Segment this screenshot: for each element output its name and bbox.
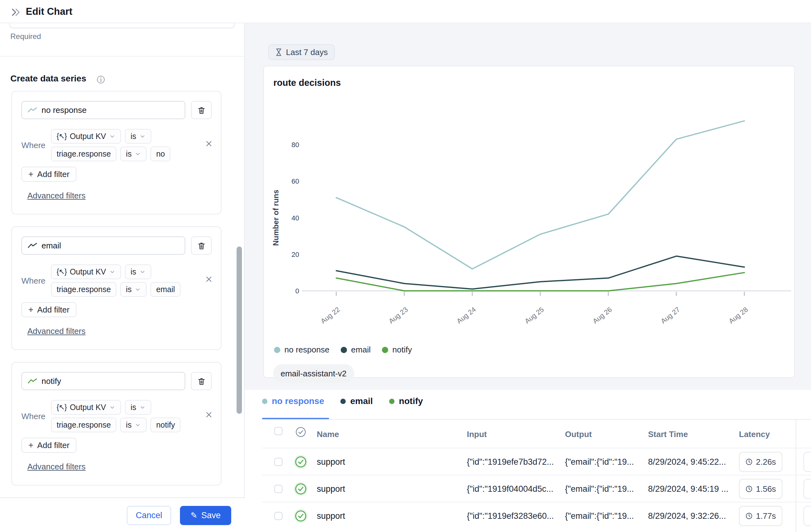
cell-output[interactable]: {"email":{"id":"19... bbox=[565, 457, 634, 467]
tab-no-response[interactable]: no response bbox=[262, 396, 324, 414]
chevron-down-icon bbox=[109, 133, 116, 140]
row-checkbox[interactable] bbox=[274, 512, 282, 520]
series-name: email bbox=[42, 241, 61, 251]
add-filter-label: Add filter bbox=[37, 170, 70, 179]
chevron-down-icon bbox=[139, 269, 146, 275]
svg-text:Aug 27: Aug 27 bbox=[659, 306, 682, 325]
dataset-tag-chip[interactable]: email-assistant-v2 bbox=[273, 364, 354, 383]
where-label: Where bbox=[21, 276, 46, 286]
tab-email[interactable]: email bbox=[340, 396, 373, 414]
series-name-input[interactable]: email bbox=[21, 236, 185, 255]
create-data-series-title: Create data series bbox=[10, 74, 86, 84]
clock-icon bbox=[745, 458, 753, 466]
series-card-email: email Where {↖} Output KV is triage.resp… bbox=[11, 226, 221, 350]
chevron-down-icon bbox=[135, 422, 141, 428]
cell-name[interactable]: support bbox=[317, 484, 345, 494]
latency-value: 1.77s bbox=[756, 511, 776, 521]
add-filter-button[interactable]: + Add filter bbox=[21, 438, 76, 453]
filter-source-dropdown[interactable]: {↖} Output KV bbox=[51, 264, 121, 279]
delete-series-button[interactable] bbox=[191, 372, 212, 390]
scrollbar-thumb[interactable] bbox=[236, 247, 242, 414]
trash-icon bbox=[197, 241, 206, 250]
legend-label: no response bbox=[285, 345, 330, 355]
advanced-filters-link[interactable]: Advanced filters bbox=[27, 326, 86, 336]
add-filter-label: Add filter bbox=[37, 305, 70, 315]
cell-input[interactable]: {"id":"1919f04004d5c... bbox=[467, 484, 553, 494]
column-header-start-time[interactable]: Start Time bbox=[648, 429, 688, 439]
filter-value-field[interactable]: notify bbox=[150, 418, 181, 432]
filter-op-dropdown[interactable]: is bbox=[125, 400, 151, 415]
table-row[interactable]: support {"id":"1919efe7b3d72... {"email"… bbox=[245, 448, 811, 475]
line-chart[interactable]: 020406080Aug 22Aug 23Aug 24Aug 25Aug 26A… bbox=[264, 66, 796, 378]
filter-op-dropdown[interactable]: is bbox=[125, 129, 151, 144]
column-header-input[interactable]: Input bbox=[467, 429, 487, 439]
time-range-label: Last 7 days bbox=[286, 47, 328, 57]
cell-start-time[interactable]: 8/29/2024, 9:32:26... bbox=[648, 511, 726, 521]
column-header-output[interactable]: Output bbox=[565, 429, 592, 439]
cell-input[interactable]: {"id":"1919efe7b3d72... bbox=[467, 457, 554, 467]
double-chevron-right-icon[interactable] bbox=[11, 7, 21, 18]
filter-source-dropdown[interactable]: {↖} Output KV bbox=[51, 129, 121, 144]
kv-icon: {↖} bbox=[57, 268, 67, 276]
advanced-filters-link[interactable]: Advanced filters bbox=[27, 462, 86, 472]
cell-input[interactable]: {"id":"1919ef3283e60... bbox=[467, 511, 554, 521]
status-column-icon[interactable] bbox=[295, 426, 306, 438]
screen: Edit Chart Required Create data series ⓘ… bbox=[0, 0, 811, 532]
legend-item-no-response[interactable]: no response bbox=[274, 345, 330, 355]
table-row[interactable]: support {"id":"1919ef3283e60... {"email"… bbox=[245, 502, 811, 530]
legend-item-email[interactable]: email bbox=[341, 345, 371, 355]
filter-key-op-label: is bbox=[126, 150, 132, 158]
row-checkbox[interactable] bbox=[274, 485, 282, 493]
filter-key-field[interactable]: triage.response bbox=[51, 418, 117, 432]
filter-key-op-label: is bbox=[126, 285, 132, 294]
scrolled-input-remnant[interactable] bbox=[10, 23, 235, 28]
kv-icon: {↖} bbox=[57, 403, 67, 411]
latency-value: 2.26s bbox=[756, 457, 776, 467]
column-header-latency[interactable]: Latency bbox=[739, 429, 770, 439]
row-checkbox[interactable] bbox=[274, 458, 282, 466]
cell-output[interactable]: {"email":{"id":"19... bbox=[565, 484, 634, 494]
add-filter-button[interactable]: + Add filter bbox=[21, 302, 76, 317]
cell-start-time[interactable]: 8/29/2024, 9:45:19 ... bbox=[648, 484, 728, 494]
chevron-down-icon bbox=[135, 151, 141, 157]
time-range-chip[interactable]: Last 7 days bbox=[268, 44, 335, 60]
filter-source-label: Output KV bbox=[70, 267, 106, 276]
clock-icon bbox=[745, 512, 753, 520]
remove-filter-button[interactable] bbox=[204, 410, 214, 420]
add-filter-button[interactable]: + Add filter bbox=[21, 167, 76, 182]
info-icon[interactable]: ⓘ bbox=[97, 75, 105, 85]
svg-text:Aug 22: Aug 22 bbox=[319, 306, 341, 325]
cell-name[interactable]: support bbox=[317, 511, 345, 521]
advanced-filters-link[interactable]: Advanced filters bbox=[27, 191, 86, 201]
filter-value-field[interactable]: no bbox=[150, 146, 170, 161]
series-name-input[interactable]: no response bbox=[21, 101, 185, 119]
pencil-icon: ✎ bbox=[190, 511, 198, 520]
filter-key-op-dropdown[interactable]: is bbox=[120, 146, 147, 161]
tab-notify[interactable]: notify bbox=[389, 396, 423, 414]
cell-name[interactable]: support bbox=[317, 457, 345, 467]
legend-item-notify[interactable]: notify bbox=[382, 345, 412, 355]
cell-start-time[interactable]: 8/29/2024, 9:45:22... bbox=[648, 457, 726, 467]
runs-panel: no response email notify Name Input Outp… bbox=[245, 390, 811, 532]
remove-filter-button[interactable] bbox=[204, 139, 214, 149]
filter-value-field[interactable]: email bbox=[150, 282, 181, 297]
remove-filter-button[interactable] bbox=[204, 274, 214, 284]
filter-key-field[interactable]: triage.response bbox=[51, 282, 117, 297]
filter-key-op-dropdown[interactable]: is bbox=[120, 418, 147, 432]
table-row[interactable]: support {"id":"1919f04004d5c... {"email"… bbox=[245, 475, 811, 502]
save-button[interactable]: ✎ Save bbox=[180, 506, 231, 525]
latency-badge: 2.26s bbox=[739, 452, 782, 472]
cell-output[interactable]: {"email":{"id":"19... bbox=[565, 511, 634, 521]
filter-key-op-dropdown[interactable]: is bbox=[120, 282, 147, 297]
delete-series-button[interactable] bbox=[191, 236, 212, 255]
column-header-name[interactable]: Name bbox=[317, 429, 339, 439]
select-all-checkbox[interactable] bbox=[274, 427, 282, 435]
cancel-button[interactable]: Cancel bbox=[127, 506, 171, 525]
svg-text:Aug 25: Aug 25 bbox=[523, 306, 545, 325]
filter-source-dropdown[interactable]: {↖} Output KV bbox=[51, 400, 121, 415]
series-name-input[interactable]: notify bbox=[21, 372, 185, 390]
delete-series-button[interactable] bbox=[191, 101, 212, 119]
filter-op-label: is bbox=[131, 403, 136, 412]
filter-op-dropdown[interactable]: is bbox=[125, 264, 151, 279]
filter-key-field[interactable]: triage.response bbox=[51, 146, 117, 161]
